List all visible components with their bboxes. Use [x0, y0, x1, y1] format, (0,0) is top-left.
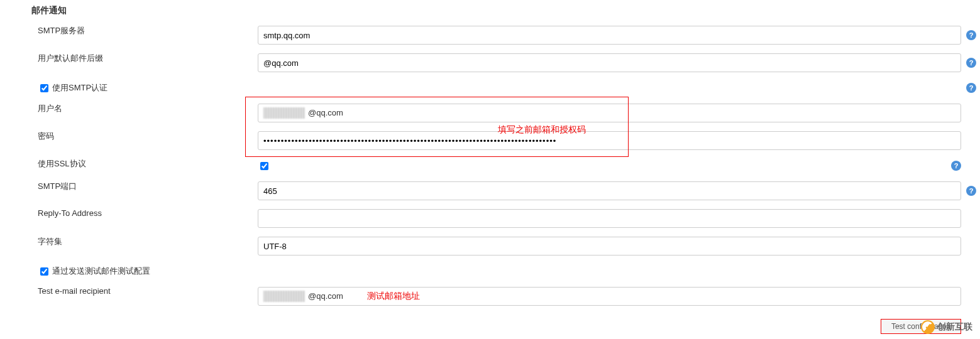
row-use-ssl: 使用SSL协议 ? — [0, 154, 980, 177]
label-charset: 字符集 — [0, 232, 258, 247]
checkbox-test-config[interactable] — [40, 267, 48, 276]
label-smtp-port: SMTP端口 — [0, 177, 258, 192]
row-test-button: Test configuration — [0, 310, 980, 334]
row-username: 用户名 @qq.com — [0, 99, 980, 127]
row-test-config: 通过发送测试邮件测试配置 — [0, 260, 980, 282]
label-default-suffix: 用户默认邮件后缀 — [0, 49, 258, 64]
section-title: 邮件通知 — [0, 0, 980, 21]
label-username: 用户名 — [0, 99, 258, 114]
input-test-recipient[interactable] — [258, 287, 961, 306]
label-use-ssl: 使用SSL协议 — [0, 154, 258, 170]
label-password: 密码 — [0, 127, 258, 142]
checkbox-use-smtp-auth[interactable] — [40, 84, 48, 92]
row-smtp-server: SMTP服务器 ? — [0, 21, 980, 49]
input-default-suffix[interactable] — [258, 53, 961, 72]
help-icon[interactable]: ? — [951, 161, 961, 171]
checkbox-use-ssl[interactable] — [260, 162, 268, 170]
watermark-text: 创新互联 — [937, 321, 972, 333]
input-reply-to[interactable] — [258, 209, 961, 228]
help-icon[interactable]: ? — [966, 186, 976, 196]
input-charset[interactable] — [258, 237, 961, 256]
row-smtp-port: SMTP端口 ? — [0, 177, 980, 205]
label-reply-to: Reply-To Address — [0, 205, 258, 218]
row-default-suffix: 用户默认邮件后缀 ? — [0, 49, 980, 77]
auth-fields-group: 填写之前邮箱和授权码 用户名 @qq.com 密码 — [0, 99, 980, 154]
input-username[interactable] — [258, 104, 961, 122]
row-charset: 字符集 — [0, 232, 980, 260]
row-password: 密码 — [0, 127, 980, 154]
input-password[interactable] — [258, 131, 961, 150]
help-icon[interactable]: ? — [966, 83, 976, 93]
watermark: 创新互联 — [921, 320, 972, 334]
label-smtp-server: SMTP服务器 — [0, 21, 258, 36]
row-reply-to: Reply-To Address — [0, 205, 980, 232]
label-test-config: 通过发送测试邮件测试配置 — [52, 266, 150, 277]
help-icon[interactable]: ? — [966, 30, 976, 40]
help-icon[interactable]: ? — [966, 58, 976, 68]
label-test-recipient: Test e-mail recipient — [0, 282, 258, 296]
email-notification-form: 邮件通知 SMTP服务器 ? 用户默认邮件后缀 ? 使用SMTP认证 ? 填写之… — [0, 0, 980, 334]
watermark-icon — [921, 320, 935, 334]
input-smtp-server[interactable] — [258, 26, 961, 45]
row-test-recipient: Test e-mail recipient @qq.com 测试邮箱地址 — [0, 282, 980, 310]
label-use-smtp-auth: 使用SMTP认证 — [52, 82, 107, 94]
row-use-smtp-auth: 使用SMTP认证 ? — [0, 77, 980, 99]
input-smtp-port[interactable] — [258, 181, 961, 200]
